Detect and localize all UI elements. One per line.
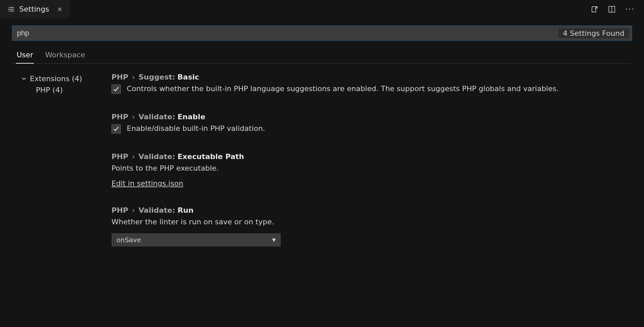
checkbox[interactable] — [111, 124, 121, 134]
select-value: onSave — [116, 236, 141, 244]
setting-category: PHP — [111, 152, 128, 161]
tab-title: Settings — [19, 5, 49, 13]
edit-in-settings-json-link[interactable]: Edit in settings.json — [111, 179, 183, 188]
setting-control-row: Controls whether the built-in PHP langua… — [111, 84, 622, 94]
setting-name: Basic — [178, 73, 199, 81]
setting-title: PHP › Validate: Enable — [111, 113, 622, 121]
setting-php-validate-executable-path: PHP › Validate: Executable Path Points t… — [111, 152, 622, 188]
toc-php-label: PHP (4) — [36, 86, 63, 94]
settings-panes: Extensions (4) PHP (4) PHP › Suggest: Ba… — [12, 73, 632, 265]
settings-results-count: 4 Settings Found — [558, 28, 629, 38]
editor-tabbar: Settings ··· — [0, 0, 644, 18]
setting-description: Points to the PHP executable. — [111, 163, 622, 174]
split-editor-icon[interactable] — [608, 5, 616, 13]
breadcrumb-sep: › — [131, 73, 136, 81]
setting-title: PHP › Suggest: Basic — [111, 73, 622, 81]
open-settings-json-icon[interactable] — [591, 5, 599, 13]
check-icon — [113, 126, 119, 132]
check-icon — [113, 86, 119, 92]
toc-php[interactable]: PHP (4) — [21, 84, 111, 95]
setting-name: Executable Path — [178, 152, 244, 161]
settings-list: PHP › Suggest: Basic Controls whether th… — [111, 73, 632, 265]
setting-title: PHP › Validate: Run — [111, 206, 622, 214]
setting-subcategory: Suggest: — [138, 73, 175, 81]
setting-subcategory: Validate: — [138, 206, 175, 214]
setting-php-validate-enable: PHP › Validate: Enable Enable/disable bu… — [111, 113, 622, 134]
breadcrumb-sep: › — [131, 152, 136, 161]
setting-description: Controls whether the built-in PHP langua… — [127, 84, 559, 94]
settings-search-input[interactable] — [12, 26, 558, 40]
setting-title: PHP › Validate: Executable Path — [111, 152, 622, 161]
more-actions-icon[interactable]: ··· — [625, 5, 635, 13]
tabbar-left: Settings — [0, 0, 70, 18]
setting-description: Enable/disable built-in PHP validation. — [127, 124, 265, 134]
close-icon[interactable] — [57, 7, 62, 12]
caret-down-icon: ▼ — [272, 237, 276, 243]
checkbox[interactable] — [111, 84, 121, 94]
setting-subcategory: Validate: — [138, 152, 175, 161]
scope-tab-user[interactable]: User — [16, 51, 34, 64]
setting-select[interactable]: onSave ▼ — [111, 233, 281, 246]
setting-description: Whether the linter is run on save or on … — [111, 217, 622, 227]
setting-php-validate-run: PHP › Validate: Run Whether the linter i… — [111, 206, 622, 246]
settings-toc: Extensions (4) PHP (4) — [12, 73, 111, 265]
toc-extensions-label: Extensions (4) — [30, 75, 82, 83]
setting-control-row: Enable/disable built-in PHP validation. — [111, 124, 622, 134]
setting-name: Run — [178, 206, 193, 214]
setting-name: Enable — [178, 113, 205, 121]
setting-category: PHP — [111, 73, 128, 81]
tabbar-actions: ··· — [591, 0, 644, 18]
setting-category: PHP — [111, 113, 128, 121]
settings-search: 4 Settings Found — [12, 26, 632, 41]
settings-list-icon — [7, 6, 15, 13]
scope-tab-workspace[interactable]: Workspace — [44, 51, 86, 63]
chevron-down-icon — [21, 76, 27, 81]
settings-scope-tabs: User Workspace — [12, 51, 632, 64]
breadcrumb-sep: › — [131, 113, 136, 121]
setting-php-suggest-basic: PHP › Suggest: Basic Controls whether th… — [111, 73, 622, 94]
tab-settings[interactable]: Settings — [0, 0, 70, 18]
toc-extensions[interactable]: Extensions (4) — [21, 73, 111, 84]
setting-subcategory: Validate: — [138, 113, 175, 121]
settings-editor: 4 Settings Found User Workspace Extensio… — [0, 18, 644, 265]
setting-category: PHP — [111, 206, 128, 214]
breadcrumb-sep: › — [131, 206, 136, 214]
